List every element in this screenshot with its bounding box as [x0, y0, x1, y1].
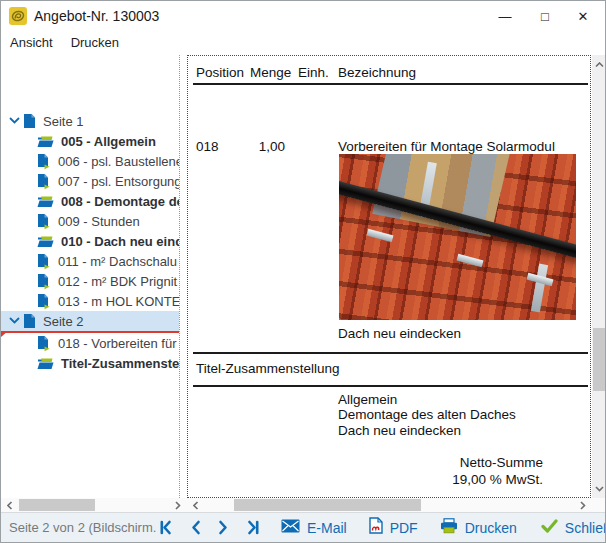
document-icon [37, 213, 51, 230]
print-button[interactable]: Drucken [440, 518, 517, 538]
menu-ansicht[interactable]: Ansicht [1, 32, 62, 53]
folder-icon [37, 135, 54, 148]
tree-item-008[interactable]: 008 - Demontage de [1, 191, 180, 211]
previous-page-button[interactable] [189, 520, 202, 535]
tree-item-006[interactable]: 006 - psl. Baustellene [1, 151, 180, 171]
tree-panel: Seite 1 005 - Allgemein 006 - psl. Baust… [1, 55, 180, 498]
document-icon [37, 253, 51, 270]
tree-item-label: 012 - m² BDK Prignit [58, 274, 177, 289]
maximize-button[interactable]: □ [528, 1, 562, 31]
tree-item-018[interactable]: 018 - Vorbereiten für [1, 333, 180, 353]
document-icon [37, 293, 51, 310]
scroll-right-icon[interactable] [576, 498, 590, 512]
tree-item-label: 018 - Vorbereiten für [58, 336, 177, 351]
close-button[interactable]: ✕ [566, 1, 600, 31]
preview-vertical-scrollbar[interactable] [592, 55, 606, 498]
preview-horizontal-scrollbar[interactable] [187, 498, 592, 512]
tree-item-seite-1[interactable]: Seite 1 [1, 111, 179, 131]
scroll-down-icon[interactable] [592, 481, 606, 496]
tree-item-010[interactable]: 010 - Dach neu eind [1, 231, 180, 251]
email-button[interactable]: E-Mail [281, 519, 347, 537]
tree-item-011[interactable]: 011 - m² Dachschalu [1, 251, 180, 271]
tree-item-label: 010 - Dach neu eind [61, 234, 180, 249]
print-label: Drucken [465, 520, 517, 536]
tree-item-012[interactable]: 012 - m² BDK Prignit [1, 271, 180, 291]
tree-item-label: 009 - Stunden [58, 214, 140, 229]
tree-item-titel-zusammenstellung[interactable]: Titel-Zusammenste [1, 353, 180, 373]
app-window: Angebot-Nr. 130003 — □ ✕ Ansicht Drucken… [0, 0, 606, 543]
summary-line: Demontage des alten Daches [338, 407, 516, 422]
tree-horizontal-scroll-thumb[interactable] [19, 499, 95, 511]
next-page-button[interactable] [217, 520, 230, 535]
scroll-up-icon[interactable] [592, 57, 606, 72]
tree-item-009[interactable]: 009 - Stunden [1, 211, 180, 231]
column-header-position: Position [196, 65, 244, 80]
pdf-icon [369, 517, 383, 538]
document-icon [37, 273, 51, 290]
tree-item-label: 011 - m² Dachschalu [58, 254, 177, 269]
document-preview: Position Menge Einh. Bezeichnung 018 1,0… [187, 55, 591, 498]
title-bar: Angebot-Nr. 130003 — □ ✕ [1, 1, 605, 31]
app-icon [9, 7, 27, 25]
tree-item-label: 006 - psl. Baustellene [58, 154, 180, 169]
section-rule [193, 352, 588, 354]
last-page-button[interactable] [245, 520, 260, 535]
email-label: E-Mail [307, 520, 347, 536]
roof-photo [339, 154, 576, 320]
menu-bar: Ansicht Drucken [1, 31, 605, 54]
menu-drucken[interactable]: Drucken [62, 32, 128, 53]
tree-item-label: Titel-Zusammenste [61, 356, 179, 371]
tree-item-label: 008 - Demontage de [61, 194, 180, 209]
folder-icon [37, 195, 54, 208]
page-icon [23, 113, 36, 129]
folder-icon [37, 357, 54, 370]
tree-item-label: 013 - m HOL KONTER [58, 294, 180, 309]
scroll-left-icon[interactable] [189, 498, 203, 512]
document-icon [37, 335, 51, 352]
menge-value: 1,00 [228, 139, 285, 154]
page-info: Seite 2 von 2 (Bildschirm... [9, 520, 157, 535]
scroll-left-icon[interactable] [3, 498, 17, 512]
tree-item-label: Seite 2 [43, 314, 83, 329]
vertical-scroll-thumb[interactable] [593, 328, 605, 391]
close-dialog-button[interactable]: Schließen [541, 519, 606, 537]
position-value: 018 [196, 139, 219, 154]
minimize-button[interactable]: — [488, 1, 522, 31]
page-icon [23, 313, 36, 329]
column-header-einh: Einh. [298, 65, 329, 80]
page-navigation [159, 520, 260, 535]
tree-item-label: 007 - psl. Entsorgung [58, 174, 180, 189]
summary-block: Allgemein Demontage des alten Daches Dac… [338, 392, 516, 438]
close-dialog-label: Schließen [565, 520, 606, 536]
totals-block: Netto-Summe 19,00 % MwSt. [338, 455, 543, 488]
pdf-label: PDF [390, 520, 418, 536]
scroll-right-icon[interactable] [171, 498, 185, 512]
bezeichnung-value: Vorbereiten für Montage Solarmodul [338, 139, 555, 154]
column-header-menge: Menge [250, 65, 291, 80]
tree-item-013[interactable]: 013 - m HOL KONTER [1, 291, 180, 311]
header-rule [193, 83, 588, 85]
email-icon [281, 519, 300, 537]
preview-horizontal-scroll-thumb[interactable] [234, 499, 421, 511]
scrollbar-corner [592, 498, 606, 512]
netto-summe-label: Netto-Summe [338, 455, 543, 472]
tree-horizontal-scrollbar[interactable] [1, 498, 187, 512]
window-title: Angebot-Nr. 130003 [34, 8, 159, 24]
checkmark-icon [541, 519, 558, 537]
section-title: Titel-Zusammenstellung [196, 361, 340, 376]
image-caption: Dach neu eindecken [338, 326, 461, 341]
chevron-down-icon[interactable] [9, 317, 23, 325]
pdf-button[interactable]: PDF [369, 517, 418, 538]
document-icon [37, 153, 51, 170]
summary-line: Dach neu eindecken [338, 423, 516, 438]
tree-item-005[interactable]: 005 - Allgemein [1, 131, 180, 151]
column-header-bezeichnung: Bezeichnung [338, 65, 416, 80]
status-bar: Seite 2 von 2 (Bildschirm... E-Mail [1, 512, 605, 542]
folder-icon [37, 235, 54, 248]
first-page-button[interactable] [159, 520, 174, 535]
chevron-down-icon[interactable] [9, 117, 23, 125]
tree-item-seite-2[interactable]: Seite 2 [1, 311, 179, 331]
printer-icon [440, 518, 458, 538]
tree-item-007[interactable]: 007 - psl. Entsorgung [1, 171, 180, 191]
document-icon [37, 173, 51, 190]
